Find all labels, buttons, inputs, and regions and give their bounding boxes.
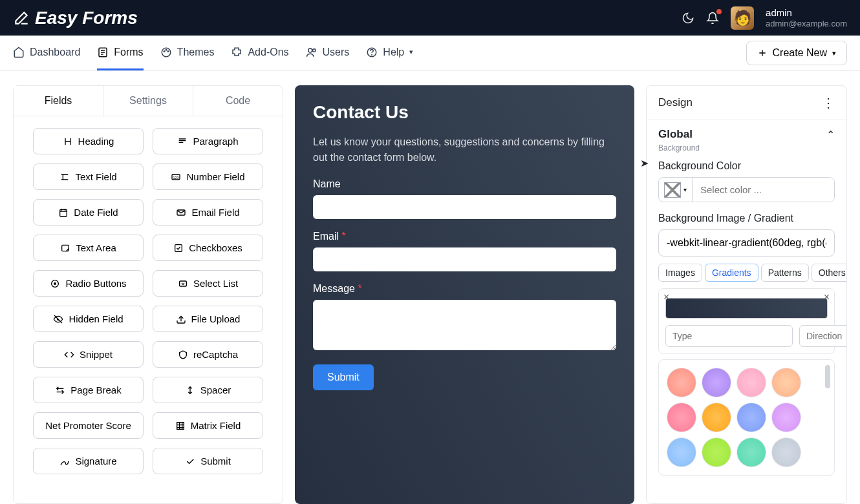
help-icon <box>366 47 378 58</box>
svg-point-2 <box>164 50 165 52</box>
gradient-preview[interactable]: × × <box>665 298 828 319</box>
tab-fields[interactable]: Fields <box>14 86 103 116</box>
field-radio-buttons[interactable]: Radio Buttons <box>33 270 144 297</box>
field-number-field[interactable]: 123Number Field <box>153 163 263 190</box>
gtab-gradients[interactable]: Gradients <box>705 264 758 282</box>
nav-label: Forms <box>114 47 143 58</box>
field-icon <box>173 243 184 253</box>
tab-code[interactable]: Code <box>193 86 283 116</box>
svg-rect-14 <box>175 244 182 251</box>
palette-swatch-7[interactable] <box>771 403 801 432</box>
form-label: Message * <box>313 283 616 295</box>
field-file-upload[interactable]: File Upload <box>153 306 263 332</box>
nav-users[interactable]: Users <box>306 36 350 70</box>
field-icon <box>64 350 74 360</box>
svg-point-6 <box>312 48 316 52</box>
color-swatch-button[interactable]: ▾ <box>659 178 693 202</box>
form-field-email: Email * <box>313 231 616 271</box>
gtab-patterns[interactable]: Patterns <box>761 264 809 282</box>
palette-swatch-5[interactable] <box>702 403 731 432</box>
field-text-area[interactable]: Text Area <box>33 235 144 261</box>
field-checkboxes[interactable]: Checkboxes <box>153 235 263 261</box>
palette-swatch-0[interactable] <box>667 368 696 397</box>
form-input-message[interactable] <box>313 300 616 350</box>
design-title: Design <box>658 96 693 109</box>
field-icon <box>60 243 70 253</box>
brand-logo[interactable]: Easy Forms <box>13 8 138 28</box>
gradient-direction-input[interactable] <box>799 325 847 347</box>
avatar[interactable]: 🧑 <box>731 6 754 30</box>
remove-stop-left[interactable]: × <box>663 291 669 303</box>
palette-swatch-9[interactable] <box>702 437 731 467</box>
field-label: Radio Buttons <box>65 278 126 289</box>
palette-swatch-4[interactable] <box>667 403 696 432</box>
tab-settings[interactable]: Settings <box>103 86 193 116</box>
form-input-name[interactable] <box>313 195 616 219</box>
field-icon <box>176 207 186 218</box>
bg-image-input[interactable] <box>658 229 835 257</box>
user-info[interactable]: admin admin@example.com <box>766 7 847 29</box>
field-label: Select List <box>193 278 238 289</box>
palette-swatch-10[interactable] <box>736 437 766 467</box>
form-fields: NameEmail *Message * <box>313 178 616 353</box>
bell-icon[interactable] <box>706 12 719 25</box>
nav-label: Dashboard <box>30 47 80 58</box>
nav-items: Dashboard Forms Themes Add-Ons Users Hel… <box>13 36 413 70</box>
field-label: Page Break <box>70 384 121 395</box>
field-hidden-field[interactable]: Hidden Field <box>33 306 144 332</box>
plus-icon <box>757 48 768 58</box>
field-page-break[interactable]: Page Break <box>33 377 144 403</box>
form-label: Name <box>313 178 616 190</box>
field-snippet[interactable]: Snippet <box>33 341 144 368</box>
field-grid: HeadingParagraphText Field123Number Fiel… <box>14 116 283 486</box>
field-signature[interactable]: Signature <box>33 448 144 474</box>
field-date-field[interactable]: Date Field <box>33 199 144 226</box>
field-paragraph[interactable]: Paragraph <box>153 128 263 154</box>
chevron-up-icon[interactable]: ⌃ <box>826 129 835 141</box>
nav-forms[interactable]: Forms <box>97 36 143 70</box>
field-matrix-field[interactable]: Matrix Field <box>153 412 263 439</box>
field-recaptcha[interactable]: reCaptcha <box>153 341 263 368</box>
palette-swatch-8[interactable] <box>667 437 696 467</box>
nav-help[interactable]: Help▾ <box>366 36 413 70</box>
form-input-email[interactable] <box>313 247 616 271</box>
brand-name: Easy Forms <box>35 8 138 28</box>
swatch-transparent <box>664 182 681 198</box>
bg-color-input[interactable] <box>693 178 834 202</box>
palette-scrollbar[interactable] <box>825 365 830 388</box>
left-panel: Fields Settings Code HeadingParagraphTex… <box>13 85 283 504</box>
palette-swatch-11[interactable] <box>771 437 801 467</box>
field-submit[interactable]: Submit <box>153 448 263 474</box>
users-icon <box>306 47 317 58</box>
palette-swatch-2[interactable] <box>736 368 766 397</box>
nav-themes[interactable]: Themes <box>160 36 215 70</box>
nav-addons[interactable]: Add-Ons <box>231 36 288 70</box>
palette-swatch-1[interactable] <box>702 368 731 397</box>
gtab-others[interactable]: Others <box>812 264 847 282</box>
left-panel-tabs: Fields Settings Code <box>14 86 283 116</box>
field-icon <box>175 421 186 431</box>
gtab-images[interactable]: Images <box>658 264 702 282</box>
create-new-button[interactable]: Create New ▾ <box>746 41 847 65</box>
nav-dashboard[interactable]: Dashboard <box>13 36 80 70</box>
nav-label: Themes <box>177 47 215 58</box>
form-field-name: Name <box>313 178 616 219</box>
gradient-type-input[interactable] <box>665 325 793 347</box>
submit-button[interactable]: Submit <box>313 364 374 390</box>
field-spacer[interactable]: Spacer <box>153 377 263 403</box>
field-text-field[interactable]: Text Field <box>33 163 144 190</box>
field-email-field[interactable]: Email Field <box>153 199 263 226</box>
field-net-promoter-score[interactable]: Net Promoter Score <box>33 412 144 439</box>
remove-stop-right[interactable]: × <box>824 291 830 303</box>
field-icon <box>178 350 188 360</box>
palette-swatch-6[interactable] <box>736 403 766 432</box>
dark-mode-icon[interactable] <box>682 12 694 25</box>
field-heading[interactable]: Heading <box>33 128 144 154</box>
field-icon <box>55 385 65 395</box>
home-icon <box>13 47 25 58</box>
field-select-list[interactable]: Select List <box>153 270 263 297</box>
field-icon <box>58 207 69 218</box>
palette-swatch-3[interactable] <box>771 368 801 397</box>
svg-rect-11 <box>60 209 67 216</box>
kebab-icon[interactable]: ⋮ <box>822 95 835 110</box>
